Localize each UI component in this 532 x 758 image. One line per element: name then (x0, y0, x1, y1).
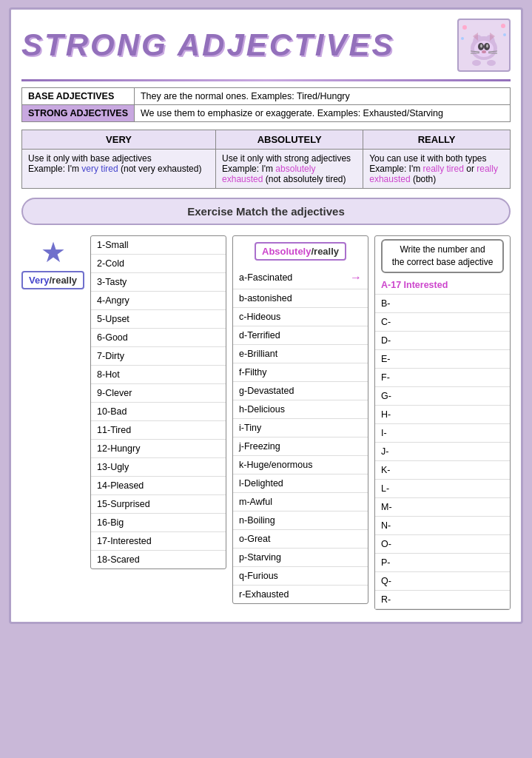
svg-point-21 (461, 37, 464, 40)
left-list-item: 9-Clever (91, 384, 226, 403)
abs-really-label: Absolutely/really (255, 242, 346, 261)
info-row-strong: STRONG ADJECTIVES We use them to emphasi… (22, 105, 511, 122)
exercise-area: ★ Very/really 1-Small2-Cold3-Tasty4-Angr… (21, 235, 511, 610)
svg-point-17 (487, 60, 496, 66)
left-list-item: 1-Small (91, 236, 226, 255)
adverb-very-header: VERY (22, 130, 216, 150)
mid-list-item: r-Exhausted (233, 586, 368, 603)
example-answer: A-17 Interested (381, 280, 448, 290)
mid-column: Absolutely/really a-Fascinated→b-astonis… (232, 235, 368, 604)
answer-list-item: J- (375, 443, 510, 461)
right-header-box: Write the number andthe correct base adj… (381, 239, 504, 273)
mid-list-item: o-Great (233, 530, 368, 549)
answer-list: A-17 InterestedB-C-D-E-F-G-H-I-J-K-L-M-N… (375, 276, 510, 609)
adverb-table: VERY ABSOLUTELY REALLY Use it only with … (21, 130, 511, 189)
answer-list-item: E- (375, 350, 510, 369)
cat-image (457, 19, 511, 72)
base-adj-desc: They are the normal ones. Examples: Tire… (134, 88, 510, 105)
star-icon: ★ (41, 238, 66, 266)
mid-list-item: j-Freezing (233, 437, 368, 456)
mid-list-item: k-Huge/enormous (233, 456, 368, 474)
page-title: STRONG ADJECTIVES (21, 30, 457, 61)
svg-line-13 (488, 53, 497, 54)
left-list: 1-Small2-Cold3-Tasty4-Angry5-Upset6-Good… (91, 236, 226, 568)
adverb-abs-header: ABSOLUTELY (216, 130, 363, 150)
abs-example: absolutelyexhausted (222, 164, 315, 184)
mid-list-item: a-Fascinated→ (233, 266, 368, 289)
match-arrow: → (350, 268, 362, 287)
left-list-item: 13-Ugly (91, 458, 226, 477)
very-example: very tired (81, 164, 118, 174)
title-area: STRONG ADJECTIVES (21, 19, 511, 72)
right-column: Write the number andthe correct base adj… (374, 235, 511, 610)
exercise-banner: Exercise Match the adjectives (21, 198, 511, 225)
left-list-item: 12-Hungry (91, 440, 226, 458)
answer-list-item: O- (375, 535, 510, 554)
mid-list: a-Fascinated→b-astonishedc-Hideousd-Terr… (233, 266, 368, 603)
left-list-item: 16-Big (91, 514, 226, 532)
svg-point-7 (480, 44, 482, 48)
strong-adj-label: STRONG ADJECTIVES (22, 105, 135, 122)
svg-point-19 (501, 24, 505, 28)
answer-list-item: R- (375, 591, 510, 609)
mid-list-item: h-Delicious (233, 400, 368, 419)
info-table: BASE ADJECTIVES They are the normal ones… (21, 87, 511, 122)
mid-list-item: m-Awful (233, 493, 368, 512)
mid-list-item: p-Starving (233, 549, 368, 567)
mid-list-item: b-astonished (233, 289, 368, 308)
right-column-header: Write the number andthe correct base adj… (375, 236, 510, 273)
svg-point-20 (503, 33, 506, 36)
left-list-item: 10-Bad (91, 403, 226, 421)
answer-list-item: P- (375, 554, 510, 572)
answer-list-item: I- (375, 424, 510, 443)
answer-list-item: L- (375, 480, 510, 498)
left-list-item: 3-Tasty (91, 273, 226, 292)
very-really-label: Very/really (21, 271, 84, 289)
left-list-item: 4-Angry (91, 292, 226, 310)
svg-point-18 (462, 25, 467, 30)
answer-list-item: F- (375, 369, 510, 387)
answer-list-item: K- (375, 461, 510, 480)
adverb-really-header: REALLY (363, 130, 511, 150)
strong-adj-desc: We use them to emphasize or exaggerate. … (134, 105, 510, 122)
adverb-abs-body: Use it only with strong adjectives Examp… (216, 150, 363, 189)
adverb-very-body: Use it only with base adjectives Example… (22, 150, 216, 189)
info-row-base: BASE ADJECTIVES They are the normal ones… (22, 88, 511, 105)
base-adj-label: BASE ADJECTIVES (22, 88, 135, 105)
really-example1: really tired (423, 164, 464, 174)
adverb-really-body: You can use it with both types Example: … (363, 150, 511, 189)
left-list-item: 7-Dirty (91, 347, 226, 366)
answer-list-item: N- (375, 517, 510, 535)
star-column: ★ Very/really (21, 235, 84, 289)
title-divider (21, 79, 511, 81)
answer-list-item: G- (375, 387, 510, 406)
left-list-item: 8-Hot (91, 366, 226, 384)
mid-list-item: l-Delighted (233, 474, 368, 493)
svg-point-16 (472, 60, 481, 66)
answer-list-item: B- (375, 295, 510, 313)
left-list-item: 17-Interested (91, 532, 226, 551)
svg-point-9 (482, 50, 486, 53)
answer-list-item: D- (375, 332, 510, 350)
mid-list-item: f-Filthy (233, 363, 368, 382)
left-list-item: 18-Scared (91, 551, 226, 568)
answer-list-item: Q- (375, 572, 510, 591)
svg-point-8 (486, 44, 488, 48)
left-list-item: 6-Good (91, 329, 226, 347)
mid-list-item: i-Tiny (233, 419, 368, 437)
left-list-item: 11-Tired (91, 421, 226, 440)
mid-list-item: d-Terrified (233, 326, 368, 345)
mid-list-item: g-Devastated (233, 382, 368, 400)
svg-point-4 (474, 41, 494, 57)
svg-line-11 (471, 53, 479, 54)
left-list-item: 2-Cold (91, 255, 226, 273)
left-list-item: 15-Surprised (91, 495, 226, 514)
answer-list-item: M- (375, 498, 510, 517)
answer-list-item: A-17 Interested (375, 276, 510, 295)
left-column: 1-Small2-Cold3-Tasty4-Angry5-Upset6-Good… (90, 235, 226, 569)
left-list-item: 14-Pleased (91, 477, 226, 495)
mid-list-item: q-Furious (233, 567, 368, 586)
page: STRONG ADJECTIVES (9, 7, 523, 624)
mid-list-item: n-Boiling (233, 512, 368, 530)
answer-list-item: H- (375, 406, 510, 424)
